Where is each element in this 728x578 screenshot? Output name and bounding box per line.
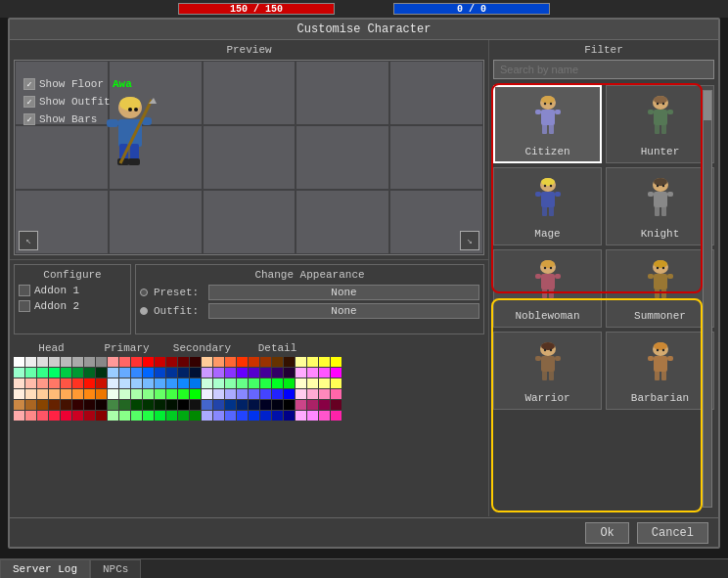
color-cell[interactable] (260, 411, 271, 421)
color-cell[interactable] (119, 400, 130, 410)
color-cell[interactable] (119, 357, 130, 367)
color-cell[interactable] (213, 411, 224, 421)
color-cell[interactable] (131, 411, 142, 421)
color-cell[interactable] (72, 400, 83, 410)
color-cell[interactable] (237, 389, 248, 399)
color-cell[interactable] (307, 411, 318, 421)
color-cell[interactable] (260, 400, 271, 410)
color-cell[interactable] (178, 357, 189, 367)
color-cell[interactable] (49, 411, 60, 421)
color-cell[interactable] (166, 368, 177, 378)
color-cell[interactable] (225, 411, 236, 421)
color-cell[interactable] (331, 400, 341, 410)
color-cell[interactable] (296, 378, 306, 388)
color-cell[interactable] (178, 368, 189, 378)
color-cell[interactable] (190, 357, 201, 367)
color-cell[interactable] (155, 378, 165, 388)
color-cell[interactable] (61, 400, 71, 410)
color-cell[interactable] (249, 400, 259, 410)
color-cell[interactable] (202, 378, 212, 388)
color-cell[interactable] (284, 411, 295, 421)
color-cell[interactable] (143, 400, 154, 410)
color-cell[interactable] (131, 389, 142, 399)
color-cell[interactable] (260, 378, 271, 388)
color-cell[interactable] (166, 389, 177, 399)
color-cell[interactable] (131, 400, 142, 410)
color-cell[interactable] (178, 378, 189, 388)
color-cell[interactable] (49, 378, 60, 388)
color-cell[interactable] (249, 368, 259, 378)
show-outfit-row[interactable]: ✓ Show Outfit (23, 96, 111, 108)
color-cell[interactable] (72, 368, 83, 378)
color-cell[interactable] (61, 357, 71, 367)
color-cell[interactable] (49, 368, 60, 378)
color-cell[interactable] (84, 400, 95, 410)
color-cell[interactable] (260, 389, 271, 399)
color-cell[interactable] (131, 368, 142, 378)
color-cell[interactable] (25, 411, 36, 421)
color-cell[interactable] (14, 411, 24, 421)
color-cell[interactable] (190, 400, 201, 410)
color-cell[interactable] (319, 357, 330, 367)
color-cell[interactable] (61, 411, 71, 421)
cancel-button[interactable]: Cancel (637, 522, 708, 544)
color-cell[interactable] (96, 357, 107, 367)
color-cell[interactable] (84, 357, 95, 367)
color-cell[interactable] (25, 389, 36, 399)
show-outfit-checkbox[interactable]: ✓ (23, 96, 35, 108)
color-cell[interactable] (96, 378, 107, 388)
color-cell[interactable] (166, 400, 177, 410)
color-cell[interactable] (272, 400, 283, 410)
color-cell[interactable] (96, 368, 107, 378)
addon1-row[interactable]: Addon 1 (19, 285, 126, 296)
addon1-checkbox[interactable] (19, 285, 30, 296)
color-cell[interactable] (155, 389, 165, 399)
color-cell[interactable] (237, 411, 248, 421)
color-cell[interactable] (37, 411, 48, 421)
color-cell[interactable] (155, 411, 165, 421)
color-cell[interactable] (202, 400, 212, 410)
color-cell[interactable] (190, 411, 201, 421)
color-cell[interactable] (284, 357, 295, 367)
color-cell[interactable] (260, 368, 271, 378)
color-cell[interactable] (166, 411, 177, 421)
color-cell[interactable] (202, 357, 212, 367)
color-cell[interactable] (178, 411, 189, 421)
color-cell[interactable] (296, 389, 306, 399)
color-cell[interactable] (84, 378, 95, 388)
show-floor-checkbox[interactable]: ✓ (23, 78, 35, 90)
outfit-item-mage[interactable]: Mage (493, 167, 602, 245)
color-cell[interactable] (284, 378, 295, 388)
outfit-item-summoner[interactable]: Summoner (606, 249, 714, 328)
color-cell[interactable] (108, 411, 118, 421)
color-cell[interactable] (272, 368, 283, 378)
color-cell[interactable] (37, 400, 48, 410)
scrollbar-thumb[interactable] (704, 91, 711, 120)
outfit-item-citizen[interactable]: Citizen (493, 85, 602, 163)
color-cell[interactable] (14, 357, 24, 367)
color-cell[interactable] (237, 400, 248, 410)
color-cell[interactable] (225, 389, 236, 399)
color-cell[interactable] (84, 389, 95, 399)
color-cell[interactable] (319, 411, 330, 421)
color-cell[interactable] (25, 368, 36, 378)
color-cell[interactable] (108, 357, 118, 367)
color-cell[interactable] (272, 378, 283, 388)
color-cell[interactable] (202, 411, 212, 421)
color-cell[interactable] (331, 389, 341, 399)
outfit-item-warrior[interactable]: Warrior (493, 332, 602, 410)
color-cell[interactable] (49, 389, 60, 399)
color-cell[interactable] (84, 368, 95, 378)
color-cell[interactable] (119, 389, 130, 399)
outfit-value[interactable]: None (208, 303, 479, 319)
color-cell[interactable] (108, 389, 118, 399)
color-cell[interactable] (72, 389, 83, 399)
color-cell[interactable] (307, 368, 318, 378)
color-cell[interactable] (213, 357, 224, 367)
color-cell[interactable] (307, 400, 318, 410)
color-cell[interactable] (178, 400, 189, 410)
color-cell[interactable] (190, 378, 201, 388)
outfit-item-hunter[interactable]: Hunter (606, 85, 714, 163)
show-bars-row[interactable]: ✓ Show Bars (23, 113, 111, 125)
color-cell[interactable] (202, 389, 212, 399)
